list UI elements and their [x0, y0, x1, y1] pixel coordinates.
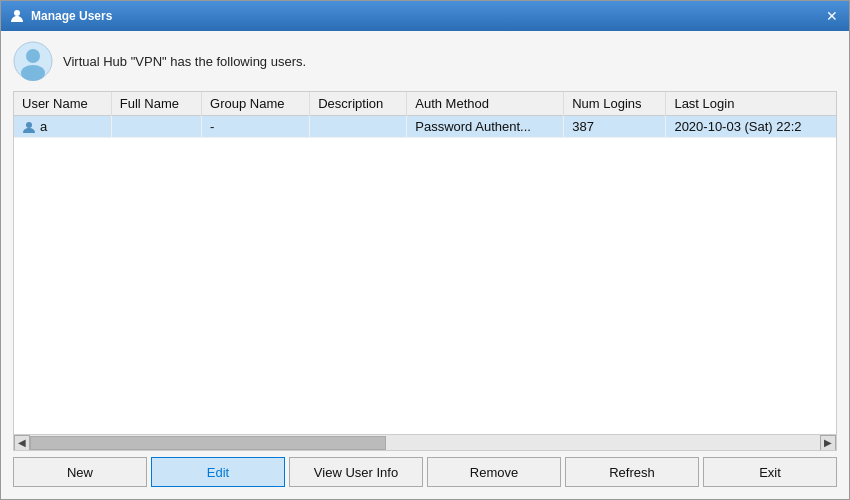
svg-point-3 [21, 65, 45, 81]
cell-groupname: - [202, 116, 310, 138]
col-header-fullname: Full Name [111, 92, 201, 116]
user-row-icon [22, 120, 36, 134]
col-header-lastlogin: Last Login [666, 92, 836, 116]
scroll-right-arrow[interactable]: ▶ [820, 435, 836, 451]
col-header-authmethod: Auth Method [407, 92, 564, 116]
cell-numlogins: 387 [564, 116, 666, 138]
horizontal-scrollbar[interactable]: ◀ ▶ [14, 434, 836, 450]
manage-users-window: Manage Users ✕ Virtual Hub "VPN" has the… [0, 0, 850, 500]
title-bar: Manage Users ✕ [1, 1, 849, 31]
svg-point-2 [26, 49, 40, 63]
username-value: a [40, 119, 47, 134]
svg-point-4 [26, 122, 32, 128]
table-scroll-area[interactable]: User Name Full Name Group Name Descripti… [14, 92, 836, 434]
cell-authmethod: Password Authent... [407, 116, 564, 138]
cell-fullname [111, 116, 201, 138]
user-table-container: User Name Full Name Group Name Descripti… [13, 91, 837, 451]
view-user-info-button[interactable]: View User Info [289, 457, 423, 487]
cell-username: a [14, 116, 111, 138]
edit-button[interactable]: Edit [151, 457, 285, 487]
scroll-track[interactable] [30, 435, 820, 451]
cell-lastlogin: 2020-10-03 (Sat) 22:2 [666, 116, 836, 138]
col-header-numlogins: Num Logins [564, 92, 666, 116]
exit-button[interactable]: Exit [703, 457, 837, 487]
col-header-groupname: Group Name [202, 92, 310, 116]
scroll-left-arrow[interactable]: ◀ [14, 435, 30, 451]
new-button[interactable]: New [13, 457, 147, 487]
header-message: Virtual Hub "VPN" has the following user… [63, 54, 306, 69]
refresh-button[interactable]: Refresh [565, 457, 699, 487]
close-button[interactable]: ✕ [823, 7, 841, 25]
col-header-username: User Name [14, 92, 111, 116]
header-info: Virtual Hub "VPN" has the following user… [13, 41, 837, 81]
content-area: Virtual Hub "VPN" has the following user… [1, 31, 849, 499]
table-header-row: User Name Full Name Group Name Descripti… [14, 92, 836, 116]
table-row[interactable]: a - Password Authent... 387 2020-10-03 (… [14, 116, 836, 138]
title-bar-left: Manage Users [9, 8, 112, 24]
svg-point-0 [14, 10, 20, 16]
button-bar: New Edit View User Info Remove Refresh E… [13, 451, 837, 491]
scroll-thumb[interactable] [30, 436, 386, 450]
user-avatar-icon [13, 41, 53, 81]
window-icon [9, 8, 25, 24]
remove-button[interactable]: Remove [427, 457, 561, 487]
window-title: Manage Users [31, 9, 112, 23]
col-header-description: Description [310, 92, 407, 116]
user-table: User Name Full Name Group Name Descripti… [14, 92, 836, 138]
cell-description [310, 116, 407, 138]
